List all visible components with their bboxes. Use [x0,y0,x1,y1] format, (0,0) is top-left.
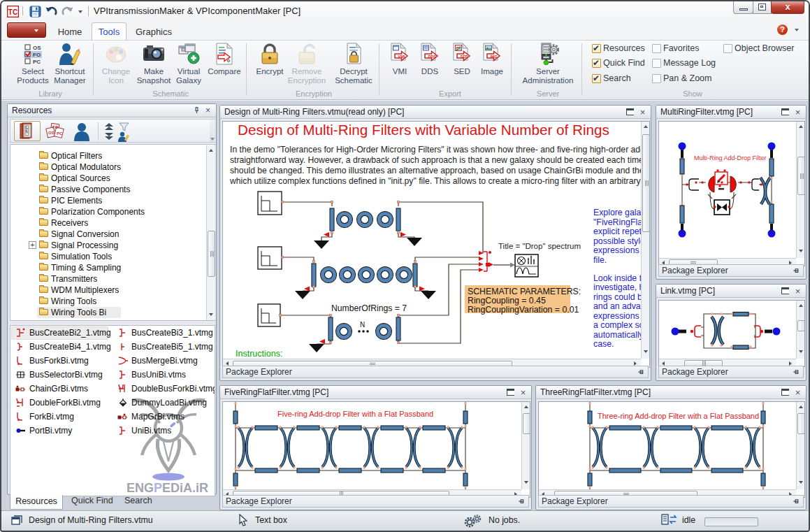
svg-text:NumberOfRings = 7: NumberOfRings = 7 [331,303,407,313]
svg-text:explicit repetitio: explicit repetitio [593,227,641,236]
svg-text:IMG: IMG [491,55,498,59]
svg-text:OS: OS [48,131,55,135]
svg-text:PC: PC [33,59,41,65]
svg-text:SED: SED [461,55,468,59]
svg-text:FO: FO [33,52,41,58]
svg-text:expressions fo: expressions fo [593,311,641,321]
svg-text:FO: FO [52,125,59,129]
svg-text:possible styles: possible styles [593,236,641,246]
svg-text:Multi-Ring Add-Drop Filter: Multi-Ring Add-Drop Filter [694,154,767,161]
svg-text:case.: case. [593,339,614,349]
svg-text:file.: file. [593,255,607,265]
svg-text:and an advanc: and an advanc [593,301,641,311]
svg-text:RingCoupling = 0.45: RingCoupling = 0.45 [468,296,546,305]
svg-text:"FiveRingFlatFil: "FiveRingFlatFil [593,217,641,227]
svg-text:ENGPEDiA.iR: ENGPEDiA.iR [126,481,208,495]
svg-text:OS: OS [33,45,41,51]
svg-text:Look inside the: Look inside the [593,273,641,283]
svg-text:a complex sch: a complex sch [593,320,641,330]
svg-text:automatically f: automatically f [593,330,641,340]
svg-text:expressions in: expressions in [593,245,641,255]
svg-text:DDS: DDS [428,55,437,59]
svg-text:Five-ring Add-drop Filter with: Five-ring Add-drop Filter with a Flat Pa… [277,410,433,418]
svg-text:PC: PC [57,131,63,136]
svg-text:Explore galaxies: Explore galaxies [593,208,641,217]
svg-text:TC: TC [8,8,17,16]
svg-text:rings could be: rings could be [593,292,641,302]
svg-text:Title = "Drop" spectrum: Title = "Drop" spectrum [498,242,581,250]
svg-text:investigate, ho: investigate, ho [593,282,641,292]
svg-text:RingCouplingVariation = 0.01: RingCouplingVariation = 0.01 [468,305,579,315]
svg-text:VMI: VMI [398,55,405,59]
svg-text:Instructions:: Instructions: [236,349,282,359]
svg-text:SCHEMATIC PARAMETERS:: SCHEMATIC PARAMETERS: [468,287,581,296]
svg-text:N: N [360,321,365,329]
svg-text:Three-ring Add-drop Filter wit: Three-ring Add-drop Filter with a Flat P… [598,412,759,420]
svg-text:pt: pt [456,45,461,51]
